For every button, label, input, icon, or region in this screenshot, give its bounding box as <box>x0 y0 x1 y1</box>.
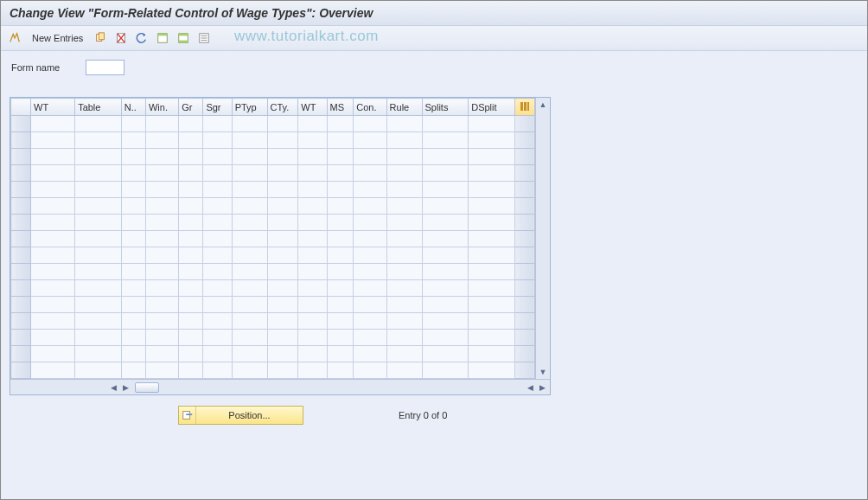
grid-cell[interactable] <box>75 247 122 264</box>
grid-cell[interactable] <box>267 165 298 182</box>
grid-cell[interactable] <box>327 149 354 165</box>
grid-cell[interactable] <box>386 116 422 132</box>
grid-cell[interactable] <box>327 346 354 362</box>
grid-cell[interactable] <box>203 264 232 280</box>
grid-cell[interactable] <box>422 280 469 297</box>
grid-cell[interactable] <box>354 247 386 264</box>
grid-cell[interactable] <box>75 215 122 231</box>
grid-cell[interactable] <box>145 231 178 247</box>
col-header-sgr[interactable]: Sgr <box>203 99 232 116</box>
grid-cell[interactable] <box>203 313 232 330</box>
grid-cell[interactable] <box>31 165 75 182</box>
grid-cell[interactable] <box>469 149 515 165</box>
grid-cell[interactable] <box>267 264 298 280</box>
grid-cell[interactable] <box>327 247 354 264</box>
grid-cell[interactable] <box>267 330 298 346</box>
grid-cell[interactable] <box>327 116 354 132</box>
grid-cell[interactable] <box>31 116 75 132</box>
grid-cell[interactable] <box>298 346 327 362</box>
grid-cell[interactable] <box>422 165 469 182</box>
grid-cell[interactable] <box>179 362 203 379</box>
row-selector[interactable] <box>11 280 31 297</box>
grid-cell[interactable] <box>75 313 122 330</box>
grid-cell[interactable] <box>386 346 422 362</box>
grid-cell[interactable] <box>145 247 178 264</box>
grid-cell[interactable] <box>75 346 122 362</box>
grid-cell[interactable] <box>203 116 232 132</box>
grid-cell[interactable] <box>232 297 267 313</box>
grid-cell[interactable] <box>354 231 386 247</box>
grid-cell[interactable] <box>145 313 178 330</box>
grid-cell[interactable] <box>422 313 469 330</box>
grid-cell[interactable] <box>31 215 75 231</box>
grid-cell[interactable] <box>267 231 298 247</box>
grid-cell[interactable] <box>354 362 386 379</box>
undo-icon[interactable] <box>133 29 150 47</box>
grid-cell[interactable] <box>203 215 232 231</box>
copy-icon[interactable] <box>92 29 109 47</box>
grid-cell[interactable] <box>354 280 386 297</box>
grid-cell[interactable] <box>422 132 469 149</box>
row-selector[interactable] <box>11 247 31 264</box>
grid-cell[interactable] <box>121 165 145 182</box>
grid-cell[interactable] <box>327 330 354 346</box>
grid-cell[interactable] <box>203 198 232 215</box>
grid-cell[interactable] <box>203 280 232 297</box>
scroll-up-icon[interactable]: ▲ <box>536 98 550 112</box>
col-header-cty[interactable]: CTy. <box>267 99 298 116</box>
col-header-wt[interactable]: WT <box>31 99 75 116</box>
grid-cell[interactable] <box>179 346 203 362</box>
grid-cell[interactable] <box>267 116 298 132</box>
col-header-ptyp[interactable]: PTyp <box>232 99 267 116</box>
grid-cell[interactable] <box>386 215 422 231</box>
grid-cell[interactable] <box>298 247 327 264</box>
grid-cell[interactable] <box>145 165 178 182</box>
grid-cell[interactable] <box>469 116 515 132</box>
vertical-scrollbar[interactable]: ▲ ▼ <box>535 98 550 379</box>
grid-cell[interactable] <box>145 215 178 231</box>
col-header-win[interactable]: Win. <box>145 99 178 116</box>
grid-cell[interactable] <box>422 198 469 215</box>
grid-cell[interactable] <box>386 362 422 379</box>
col-header-rule[interactable]: Rule <box>386 99 422 116</box>
col-header-splits[interactable]: Splits <box>422 99 469 116</box>
grid-cell[interactable] <box>298 330 327 346</box>
grid-cell[interactable] <box>232 247 267 264</box>
grid-cell[interactable] <box>203 297 232 313</box>
grid-cell[interactable] <box>121 116 145 132</box>
grid-cell[interactable] <box>232 182 267 198</box>
grid-cell[interactable] <box>145 198 178 215</box>
grid-cell[interactable] <box>298 362 327 379</box>
form-name-input[interactable] <box>86 60 124 75</box>
grid-cell[interactable] <box>422 297 469 313</box>
row-selector[interactable] <box>11 231 31 247</box>
grid-cell[interactable] <box>469 182 515 198</box>
grid-cell[interactable] <box>75 264 122 280</box>
grid-cell[interactable] <box>31 132 75 149</box>
grid-cell[interactable] <box>354 116 386 132</box>
grid-cell[interactable] <box>145 182 178 198</box>
delete-icon[interactable] <box>112 29 130 47</box>
new-entries-button[interactable]: New Entries <box>27 31 88 45</box>
grid-table[interactable]: WTTableN..Win.GrSgrPTypCTy.WTMSCon.RuleS… <box>10 98 535 379</box>
grid-cell[interactable] <box>386 149 422 165</box>
grid-cell[interactable] <box>75 330 122 346</box>
grid-cell[interactable] <box>422 247 469 264</box>
grid-cell[interactable] <box>422 215 469 231</box>
grid-cell[interactable] <box>354 132 386 149</box>
grid-cell[interactable] <box>75 165 122 182</box>
grid-cell[interactable] <box>422 231 469 247</box>
row-selector[interactable] <box>11 198 31 215</box>
grid-cell[interactable] <box>298 182 327 198</box>
select-block-icon[interactable] <box>175 29 192 47</box>
grid-cell[interactable] <box>31 362 75 379</box>
grid-cell[interactable] <box>386 165 422 182</box>
hscroll-thumb[interactable] <box>135 382 159 393</box>
grid-cell[interactable] <box>267 280 298 297</box>
grid-cell[interactable] <box>121 215 145 231</box>
grid-cell[interactable] <box>203 182 232 198</box>
grid-cell[interactable] <box>232 330 267 346</box>
grid-cell[interactable] <box>422 330 469 346</box>
grid-cell[interactable] <box>469 280 515 297</box>
grid-cell[interactable] <box>232 116 267 132</box>
